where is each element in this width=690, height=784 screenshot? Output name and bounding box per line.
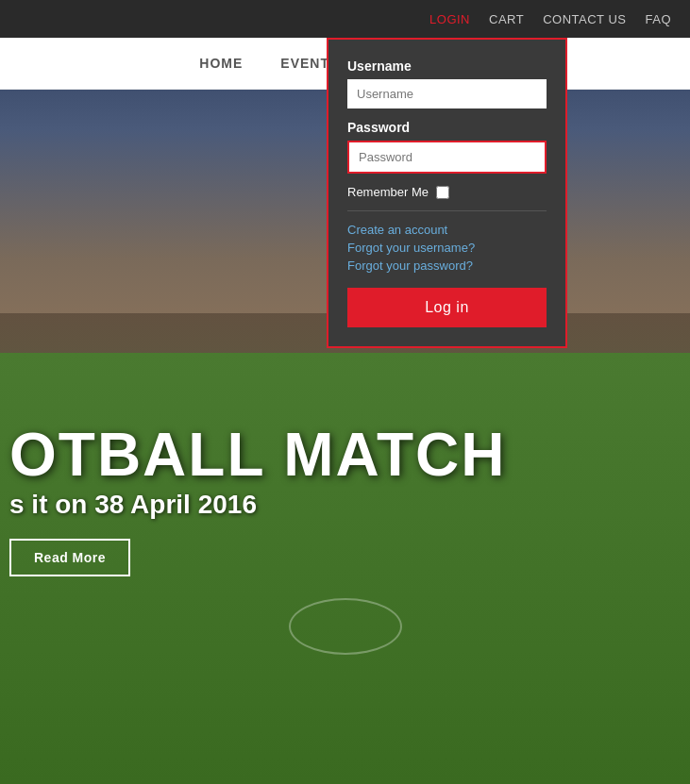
- home-nav-link[interactable]: HOME: [199, 56, 243, 71]
- login-dropdown: Username Password Remember Me Create an …: [327, 38, 567, 348]
- hero-title: OTBALL MATCH: [9, 425, 506, 485]
- password-label: Password: [347, 120, 547, 135]
- login-nav-link[interactable]: LOGIN: [429, 12, 470, 26]
- login-button[interactable]: Log in: [347, 288, 547, 327]
- dropdown-links: Create an account Forgot your username? …: [347, 223, 547, 273]
- forgot-username-link[interactable]: Forgot your username?: [347, 241, 547, 255]
- forgot-password-link[interactable]: Forgot your password?: [347, 259, 547, 273]
- nav-wrapper: LOGIN CART CONTACT US FAQ HOME EVENTS IT…: [0, 0, 690, 90]
- remember-me-checkbox[interactable]: [436, 186, 449, 199]
- create-account-link[interactable]: Create an account: [347, 223, 547, 237]
- password-input[interactable]: [347, 141, 547, 174]
- hero-subtitle: s it on 38 April 2016: [9, 490, 506, 520]
- divider: [347, 210, 547, 211]
- hero-text: OTBALL MATCH s it on 38 April 2016 Read …: [9, 425, 506, 576]
- username-input[interactable]: [347, 79, 547, 108]
- top-nav: LOGIN CART CONTACT US FAQ: [0, 0, 690, 38]
- cart-nav-link[interactable]: CART: [489, 12, 524, 26]
- read-more-button[interactable]: Read More: [9, 539, 130, 576]
- contact-nav-link[interactable]: CONTACT US: [543, 12, 626, 26]
- remember-me-label: Remember Me: [347, 185, 429, 199]
- remember-me-row: Remember Me: [347, 185, 547, 199]
- faq-nav-link[interactable]: FAQ: [645, 12, 671, 26]
- username-label: Username: [347, 58, 547, 74]
- field-circle: [289, 598, 402, 655]
